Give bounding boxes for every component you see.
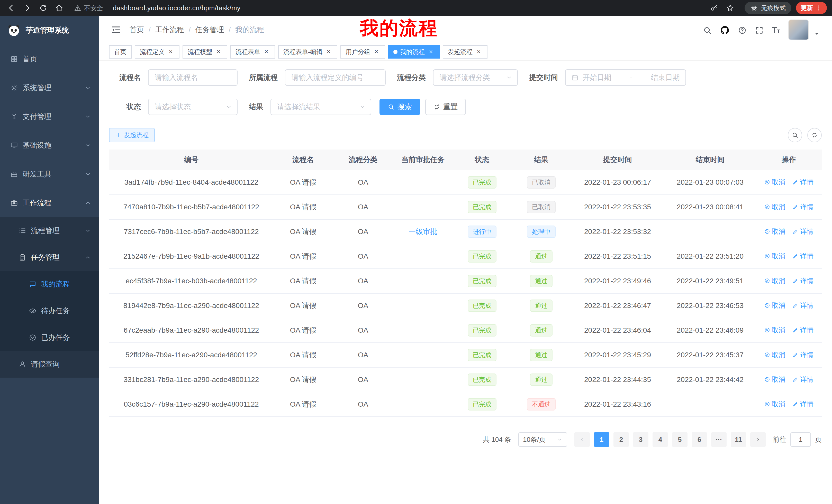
breadcrumb-item[interactable]: 首页/ <box>130 25 151 35</box>
sidebar-item-workflow[interactable]: 工作流程 <box>0 189 99 217</box>
result-badge: 通过 <box>530 275 552 287</box>
cell-submit-time: 2022-01-22 23:49:46 <box>571 269 665 293</box>
sidebar-item-my-process[interactable]: 我的流程 <box>0 271 99 298</box>
browser-menu-dots-icon[interactable] <box>815 4 822 11</box>
breadcrumb-item[interactable]: 工作流程/ <box>155 25 191 35</box>
category-select[interactable]: 请选择流程分类 <box>433 69 518 86</box>
browser-home-button[interactable] <box>53 2 65 14</box>
result-select[interactable]: 请选择流结果 <box>270 99 371 115</box>
cancel-link[interactable]: 取消 <box>764 227 785 236</box>
font-size-icon[interactable]: TT <box>772 26 780 34</box>
detail-link[interactable]: 详情 <box>792 202 813 212</box>
page-size-select[interactable]: 10条/页 <box>518 432 567 447</box>
sidebar-item-process-mgmt[interactable]: 流程管理 <box>0 217 99 244</box>
page-number-button[interactable]: 2 <box>614 432 629 447</box>
view-tab[interactable]: 流程表单 × <box>230 45 275 59</box>
cancel-link[interactable]: 取消 <box>764 276 785 285</box>
next-page-button[interactable] <box>750 432 766 447</box>
detail-link[interactable]: 详情 <box>792 276 813 285</box>
view-tab[interactable]: 用户分组 × <box>340 45 385 59</box>
close-tab-icon[interactable]: × <box>475 48 482 55</box>
cancel-link[interactable]: 取消 <box>764 351 785 359</box>
help-icon[interactable] <box>738 25 747 35</box>
cancel-link[interactable]: 取消 <box>764 301 785 310</box>
cancel-link[interactable]: 取消 <box>764 178 785 187</box>
page-number-button[interactable]: 11 <box>731 432 746 447</box>
sidebar-item-todo-tasks[interactable]: 待办任务 <box>0 298 99 324</box>
reset-button[interactable]: 重置 <box>425 99 466 115</box>
view-tab[interactable]: 流程模型 × <box>183 45 227 59</box>
detail-link[interactable]: 详情 <box>792 400 813 409</box>
close-tab-icon[interactable]: × <box>263 48 270 55</box>
process-name-input[interactable] <box>148 69 238 86</box>
page-number-button[interactable]: 4 <box>653 432 668 447</box>
sidebar-item-infrastructure[interactable]: 基础设施 <box>0 131 99 160</box>
detail-link[interactable]: 详情 <box>792 301 813 310</box>
submit-time-range-picker[interactable]: 开始日期 - 结束日期 <box>565 69 686 86</box>
search-button[interactable]: 搜索 <box>380 99 420 115</box>
current-task-link[interactable]: 一级审批 <box>409 228 437 235</box>
cancel-link[interactable]: 取消 <box>764 326 785 335</box>
avatar-caret-down-icon[interactable] <box>814 29 820 38</box>
page-number-button[interactable]: 3 <box>633 432 648 447</box>
sidebar-item-leave-query[interactable]: 请假查询 <box>0 351 99 377</box>
bookmark-star-icon[interactable] <box>724 2 736 14</box>
breadcrumb-item[interactable]: 任务管理/ <box>196 25 231 35</box>
view-tab[interactable]: 流程表单-编辑 × <box>278 45 337 59</box>
github-icon[interactable] <box>720 25 730 35</box>
browser-update-button[interactable]: 更新 <box>796 2 827 14</box>
view-tab[interactable]: 流程定义 × <box>135 45 179 59</box>
view-tab[interactable]: 首页 × <box>109 45 132 59</box>
close-tab-icon[interactable]: × <box>427 48 435 55</box>
close-tab-icon[interactable]: × <box>167 48 174 55</box>
cancel-label: 取消 <box>772 202 785 212</box>
detail-link[interactable]: 详情 <box>792 178 813 187</box>
sidebar-fold-button[interactable] <box>111 25 121 35</box>
detail-link[interactable]: 详情 <box>792 252 813 261</box>
browser-reload-button[interactable] <box>37 2 49 14</box>
cancel-link[interactable]: 取消 <box>764 400 785 409</box>
status-select[interactable]: 请选择状态 <box>148 99 238 115</box>
page-number-button[interactable]: ··· <box>711 432 727 447</box>
sidebar-item-payment[interactable]: 支付管理 <box>0 102 99 131</box>
detail-link[interactable]: 详情 <box>792 227 813 236</box>
header-search-icon[interactable] <box>703 25 712 35</box>
browser-forward-button[interactable] <box>21 2 33 14</box>
column-header-actions: 操作 <box>756 149 822 170</box>
cancel-link[interactable]: 取消 <box>764 375 785 384</box>
create-process-button[interactable]: 发起流程 <box>109 128 155 142</box>
page-number-button[interactable]: 1 <box>594 432 609 447</box>
toggle-search-button[interactable] <box>788 128 802 142</box>
breadcrumb-item[interactable]: 我的流程/ <box>235 25 264 35</box>
chevron-down-icon <box>85 228 91 234</box>
cancel-link[interactable]: 取消 <box>764 252 785 261</box>
detail-link[interactable]: 详情 <box>792 326 813 335</box>
page-number-button[interactable]: 6 <box>692 432 707 447</box>
refresh-table-button[interactable] <box>807 128 822 142</box>
browser-back-button[interactable] <box>5 2 18 14</box>
detail-link[interactable]: 详情 <box>792 351 813 359</box>
cell-submit-time: 2022-01-22 23:43:16 <box>571 392 665 417</box>
fullscreen-icon[interactable] <box>755 25 763 35</box>
user-avatar[interactable] <box>788 20 809 40</box>
result-badge: 通过 <box>530 349 552 361</box>
close-tab-icon[interactable]: × <box>325 48 332 55</box>
sidebar-item-task-mgmt[interactable]: 任务管理 <box>0 244 99 271</box>
close-tab-icon[interactable]: × <box>215 48 222 55</box>
site-security-chip[interactable]: 不安全 <box>74 4 103 12</box>
page-number-button[interactable]: 5 <box>672 432 687 447</box>
sidebar-item-done-tasks[interactable]: 已办任务 <box>0 324 99 351</box>
goto-page-input[interactable] <box>790 432 811 447</box>
password-key-icon[interactable] <box>708 2 721 14</box>
sidebar-item-system[interactable]: 系统管理 <box>0 74 99 102</box>
cancel-link[interactable]: 取消 <box>764 202 785 212</box>
sidebar-item-devtools[interactable]: 研发工具 <box>0 160 99 189</box>
prev-page-button[interactable] <box>574 432 590 447</box>
detail-link[interactable]: 详情 <box>792 375 813 384</box>
view-tab[interactable]: 发起流程 × <box>443 45 488 59</box>
owner-process-input[interactable] <box>285 69 386 86</box>
close-tab-icon[interactable]: × <box>373 48 380 55</box>
sidebar-item-home[interactable]: 首页 <box>0 45 99 74</box>
view-tab[interactable]: 我的流程 × <box>388 45 440 59</box>
address-bar-url[interactable]: dashboard.yudao.iocoder.cn/bpm/task/my <box>113 4 240 12</box>
